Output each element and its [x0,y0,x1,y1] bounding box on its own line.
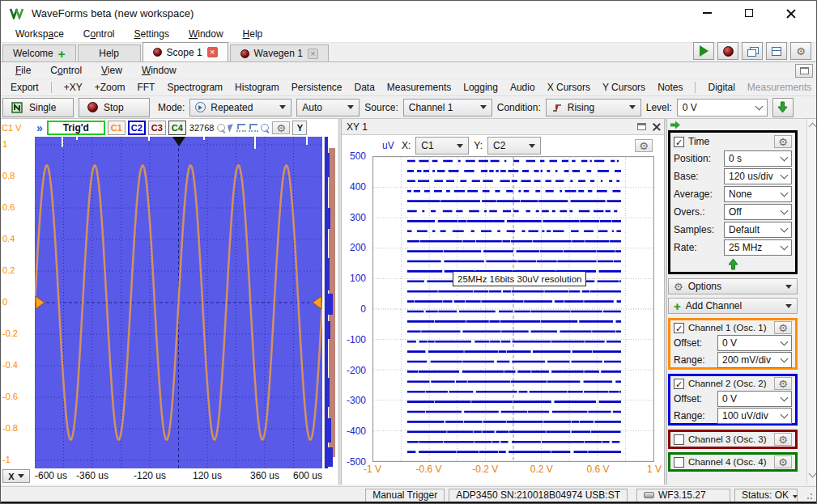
scope-waveform-plot[interactable] [35,137,322,468]
device-status[interactable]: ADP3450 SN:210018B04974 USB:ST [449,489,628,502]
average-select[interactable]: None [724,186,792,202]
add-instrument-icon[interactable]: + [58,49,66,58]
toolbar-item-notes[interactable]: Notes [657,82,683,93]
rate-select[interactable]: 25 MHz [724,239,792,256]
samples-select[interactable]: Default [724,222,792,238]
channel-2-range-select[interactable]: 100 uV/div [717,408,792,424]
trigger-mode-select[interactable]: Auto [296,99,360,116]
channel-2-settings-button[interactable] [774,377,792,390]
pane-splitter[interactable] [664,119,667,485]
channel-4-enable-checkbox[interactable] [674,457,684,468]
green-up-arrow-icon[interactable] [728,258,738,270]
pointer-mode-icon[interactable] [228,124,235,133]
tab-welcome[interactable]: Welcome + [2,44,76,61]
x-cursor-tool-icon[interactable] [236,124,246,132]
mode-select[interactable]: Repeated [189,99,291,116]
sample-count[interactable]: 32768 [189,123,215,133]
xy-plot[interactable] [372,156,654,462]
toolbar-item-persistence[interactable]: Persistence [291,82,343,93]
menu-item-settings[interactable]: Settings [126,27,177,41]
menu-item-help[interactable]: Help [235,27,271,41]
xy-title-bar[interactable]: XY 1 [342,119,666,135]
channel-1-range-select[interactable]: 200 mV/div [717,352,792,368]
channel-1-offset-select[interactable]: 0 V [717,335,792,351]
menu-item-window[interactable]: Window [134,63,185,78]
xy-settings-button[interactable] [635,139,653,152]
close-button[interactable] [782,6,800,20]
menu-item-control[interactable]: Control [75,27,123,41]
menu-item-file[interactable]: File [7,63,39,78]
channel-3-button[interactable]: C3 [148,121,166,135]
scroll-up-icon[interactable] [809,123,817,131]
channel-3-enable-checkbox[interactable] [674,434,684,445]
position-select[interactable]: 0 s [724,150,792,167]
x-axis-button[interactable]: X [2,469,30,483]
tile-windows-button[interactable] [766,42,787,60]
channel-2-offset-select[interactable]: 0 V [717,391,792,407]
channel-2-button[interactable]: C2 [128,121,146,135]
green-right-arrow-icon[interactable] [670,121,681,129]
xy-x-channel-select[interactable]: C1 [415,137,469,155]
toolbar-item--zoom[interactable]: +Zoom [95,82,126,93]
app-settings-button[interactable] [790,42,811,60]
resize-grip[interactable] [805,490,813,500]
condition-select[interactable]: Rising [546,99,641,116]
level-down-button[interactable] [772,98,794,117]
channel-1-settings-button[interactable] [774,321,792,334]
toolbar-item-data[interactable]: Data [354,82,374,93]
toolbar-item--xy[interactable]: +XY [64,82,83,93]
zoom-1x-icon[interactable] [217,124,226,133]
status-ok-button[interactable]: Status: OK [734,489,798,502]
menu-item-view[interactable]: View [93,63,130,78]
menu-item-window[interactable]: Window [181,27,232,41]
toolbar-item-audio[interactable]: Audio [510,82,535,93]
maximize-button[interactable] [740,6,758,20]
plot-settings-button[interactable] [272,121,290,134]
time-settings-button[interactable] [774,135,792,148]
xy-y-channel-select[interactable]: C2 [487,137,541,155]
time-enable-checkbox[interactable] [674,137,684,147]
source-select[interactable]: Channel 1 [403,99,492,116]
manual-trigger-button[interactable]: Manual Trigger [365,489,445,502]
stop-button[interactable]: Stop [79,98,150,117]
xy-close-icon[interactable] [653,123,661,131]
version-panel[interactable]: WF3.15.27 [636,489,730,502]
channel-1-button[interactable]: C1 [108,121,126,135]
menu-item-workspace[interactable]: Workspace [7,27,72,41]
toolbar-item-spectrogram[interactable]: Spectrogram [167,82,223,93]
tab-help[interactable]: Help [78,44,141,61]
oversampling-select[interactable]: Off [724,204,792,220]
channel-4-button[interactable]: C4 [168,121,186,135]
toolbar-item-export[interactable]: Export [11,82,39,93]
cascade-windows-button[interactable] [742,42,763,60]
channel-4-settings-button[interactable] [774,455,792,468]
menu-item-control[interactable]: Control [42,63,90,78]
toolbar-item-histogram[interactable]: Histogram [235,82,279,93]
toolbar-item-fft[interactable]: FFT [137,82,155,93]
toolbar-item-y-cursors[interactable]: Y Cursors [602,82,645,93]
base-select[interactable]: 120 us/div [724,168,792,184]
tab-scope-close-icon[interactable] [207,47,218,57]
level-input[interactable]: 0 V [677,99,768,116]
toolbar-item-digital[interactable]: Digital [708,82,734,93]
channel-1-enable-checkbox[interactable] [674,323,684,333]
y-axis-button[interactable]: Y [292,121,307,135]
toolbar-item-x-cursors[interactable]: X Cursors [547,82,590,93]
undock-button[interactable] [795,64,813,78]
add-channel-button[interactable]: + Add Channel [668,298,798,314]
channel-3-settings-button[interactable] [774,433,792,446]
run-all-button[interactable] [693,42,714,60]
toolbar-item-logging[interactable]: Logging [463,82,498,93]
stop-all-button[interactable] [717,42,738,60]
zoom-tool-icon[interactable] [261,124,270,133]
toolbar-item-measurements[interactable]: Measurements [387,82,451,93]
tab-wavegen-close-icon[interactable] [308,49,318,59]
channel-2-enable-checkbox[interactable] [674,379,684,389]
tab-scope-1[interactable]: Scope 1 [143,42,228,61]
options-bar[interactable]: Options [668,278,798,294]
tab-wavegen-1[interactable]: Wavegen 1 [230,44,329,61]
y-cursor-tool-icon[interactable] [249,124,258,132]
scroll-down-icon[interactable] [809,470,817,478]
sidebar-scrollbar[interactable] [806,119,817,485]
minimize-button[interactable] [698,6,716,20]
